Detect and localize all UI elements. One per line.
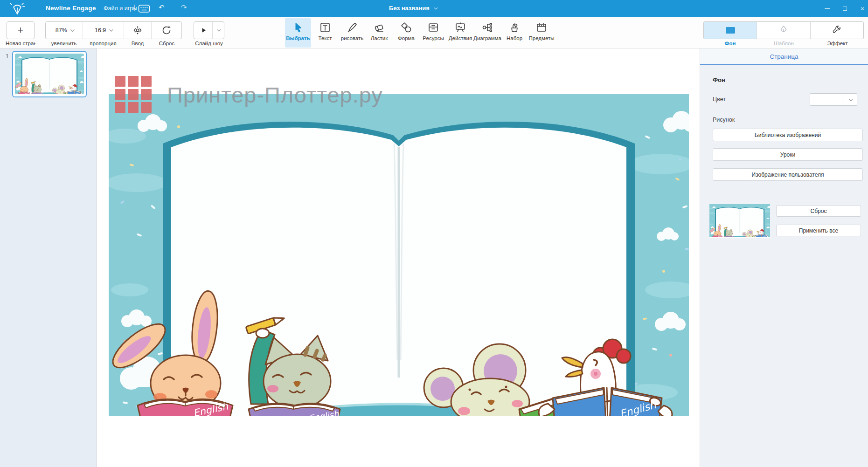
cursor-icon bbox=[292, 21, 304, 34]
tool-label: Форма bbox=[398, 35, 415, 41]
color-dropdown[interactable] bbox=[843, 93, 857, 106]
app-name: Newline Engage bbox=[46, 5, 96, 12]
reset-icon bbox=[160, 24, 173, 36]
document-title[interactable]: Без названия bbox=[389, 5, 437, 12]
zoom-value: 87% bbox=[56, 27, 67, 34]
tab-effect-label: Эффект bbox=[811, 41, 864, 46]
tab-template[interactable] bbox=[757, 22, 810, 39]
slideshow-button[interactable] bbox=[194, 21, 224, 39]
tool-activities[interactable]: Действия bbox=[447, 18, 473, 48]
tool-label: Действия bbox=[449, 35, 472, 41]
titlebar: Newline Engage Файл и игры | ↶ ↷ Без наз… bbox=[0, 0, 868, 17]
tool-text[interactable]: рисовать Текст bbox=[312, 18, 338, 48]
tool-draw[interactable]: рисовать bbox=[339, 18, 365, 48]
minimize-button[interactable] bbox=[820, 0, 834, 17]
maximize-button[interactable] bbox=[838, 0, 852, 17]
reset-background-button[interactable]: Сброс bbox=[776, 205, 861, 217]
color-swatch[interactable] bbox=[810, 93, 843, 106]
tool-select[interactable]: Выбрать bbox=[285, 18, 311, 48]
background-preview-art bbox=[709, 204, 770, 238]
content: 1 Принтер-Плоттер.ру Страница Фон Цвет bbox=[0, 48, 868, 467]
tool-subjects[interactable]: Предметы bbox=[528, 18, 555, 48]
shape-icon bbox=[400, 21, 412, 34]
view-controls-group: 87% 16:9 bbox=[45, 21, 182, 39]
kit-icon bbox=[508, 21, 521, 34]
pan-icon bbox=[132, 24, 144, 36]
tool-eraser[interactable]: Ластик bbox=[366, 18, 392, 48]
toolbar: + Новая страница 87% 16:9 bbox=[0, 17, 868, 48]
tool-palette: Выбрать рисовать Текст рисовать bbox=[285, 18, 555, 48]
user-image-button[interactable]: Изображение пользователя bbox=[713, 168, 863, 181]
undo-icon[interactable]: ↶ bbox=[159, 3, 165, 12]
pages-sidebar: 1 bbox=[0, 48, 97, 467]
color-label: Цвет bbox=[713, 96, 726, 103]
tool-kit[interactable]: Набор bbox=[501, 18, 528, 48]
panel-title: Страница bbox=[700, 48, 868, 65]
picture-label: Рисунок bbox=[713, 117, 735, 123]
pen-icon bbox=[346, 21, 358, 34]
redo-icon[interactable]: ↷ bbox=[181, 3, 187, 12]
background-preview bbox=[709, 204, 770, 238]
pan-button[interactable] bbox=[124, 22, 152, 39]
tool-resources[interactable]: Ресурсы bbox=[420, 18, 446, 48]
menu-separator: | bbox=[133, 4, 135, 11]
apply-all-button[interactable]: Применить все bbox=[776, 225, 861, 236]
app-logo-icon bbox=[9, 2, 25, 18]
plus-icon: + bbox=[18, 24, 24, 36]
keyboard-icon[interactable] bbox=[138, 4, 150, 15]
lessons-button[interactable]: Уроки bbox=[713, 148, 863, 161]
ratio-value: 16:9 bbox=[95, 27, 106, 34]
chevron-down-icon bbox=[434, 6, 437, 9]
tool-label: Ресурсы bbox=[423, 35, 444, 41]
view-tabs bbox=[703, 21, 864, 39]
tool-mindmap[interactable]: Диаграмма bbox=[474, 18, 500, 48]
new-page-label: Новая страница bbox=[6, 41, 35, 46]
chevron-down-icon bbox=[849, 97, 853, 101]
tab-background-label: Фон bbox=[703, 41, 757, 46]
tool-shape[interactable]: Форма bbox=[393, 18, 419, 48]
effect-wrench-icon bbox=[831, 25, 842, 36]
ratio-label: пропорция bbox=[83, 41, 124, 46]
zoom-dropdown[interactable]: 87% bbox=[46, 22, 83, 39]
ratio-dropdown[interactable]: 16:9 bbox=[83, 22, 123, 39]
tool-label: Предметы bbox=[529, 35, 555, 41]
resources-icon bbox=[427, 21, 439, 34]
background-section-label: Фон bbox=[713, 76, 725, 83]
image-library-button[interactable]: Библиотека изображений bbox=[713, 129, 863, 141]
chevron-down-icon bbox=[70, 27, 74, 31]
document-title-text: Без названия bbox=[389, 5, 430, 12]
tab-effect[interactable] bbox=[810, 22, 863, 39]
page-thumbnail[interactable] bbox=[12, 51, 87, 97]
page-number: 1 bbox=[6, 53, 9, 60]
zoom-label: увеличить bbox=[45, 41, 83, 46]
tool-label: Выбрать bbox=[286, 35, 310, 41]
slideshow-options[interactable] bbox=[212, 22, 224, 39]
tool-label: Набор bbox=[507, 35, 522, 41]
reset-label: Сброс bbox=[152, 41, 182, 46]
pan-label: Ввод bbox=[124, 41, 152, 46]
activities-icon bbox=[454, 21, 466, 34]
properties-panel: Страница Фон Цвет Рисунок Библиотека изо… bbox=[700, 48, 868, 467]
page-thumbnail-art bbox=[15, 54, 84, 95]
chevron-down-icon bbox=[109, 27, 113, 31]
new-page-button[interactable]: + bbox=[7, 21, 35, 39]
tool-label: Текст bbox=[319, 35, 332, 41]
newline-engage-window: English bbox=[0, 0, 868, 467]
background-icon bbox=[725, 26, 736, 34]
reset-view-button[interactable] bbox=[151, 22, 181, 39]
tool-label: Ластик bbox=[371, 35, 388, 41]
chevron-down-icon bbox=[217, 27, 221, 31]
tool-label: рисовать bbox=[341, 35, 363, 41]
tab-template-label: Шаблон bbox=[757, 41, 811, 46]
mindmap-icon bbox=[481, 21, 493, 34]
slide[interactable] bbox=[109, 94, 689, 422]
background-color-picker[interactable] bbox=[810, 93, 857, 106]
play-icon[interactable] bbox=[194, 22, 212, 39]
section-divider bbox=[700, 195, 868, 195]
file-menu[interactable]: Файл и игры bbox=[104, 5, 137, 12]
eraser-icon bbox=[373, 21, 385, 34]
close-button[interactable]: ✕ bbox=[855, 0, 868, 17]
slide-canvas[interactable]: Принтер-Плоттер.ру bbox=[97, 48, 700, 467]
tab-background[interactable] bbox=[704, 22, 757, 39]
subjects-icon bbox=[535, 21, 548, 34]
